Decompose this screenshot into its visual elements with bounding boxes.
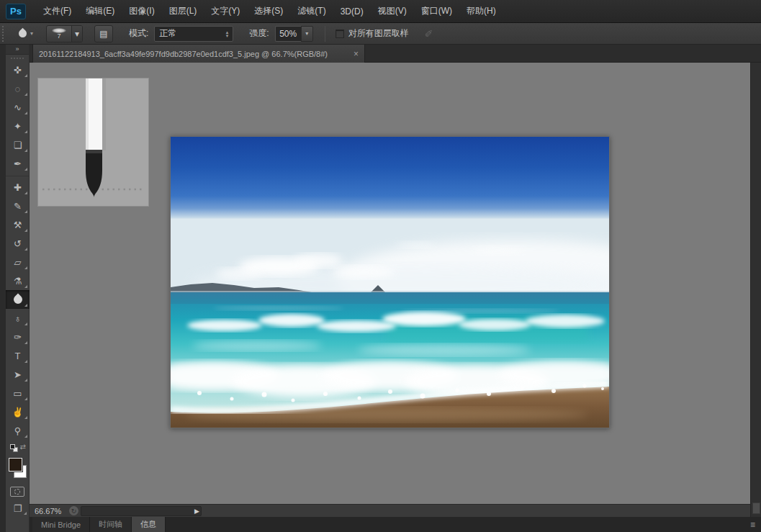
brush-preset-picker[interactable]: 7 ▾ xyxy=(46,25,83,42)
brush-tool[interactable]: ✎ xyxy=(6,197,30,215)
default-colors-control: ⇄ xyxy=(6,443,29,454)
foreground-color-swatch[interactable] xyxy=(9,458,22,472)
menu-layer[interactable]: 图层(L) xyxy=(162,0,204,23)
lasso-icon: ∿ xyxy=(14,102,22,113)
move-tool[interactable]: ✜ xyxy=(6,60,30,79)
swap-colors-icon[interactable]: ⇄ xyxy=(20,443,26,451)
zoom-level-field[interactable]: 66.67% xyxy=(35,507,69,515)
screen-mode-button[interactable]: ❐ xyxy=(6,501,30,515)
tool-panel-divider xyxy=(6,173,29,176)
menu-window[interactable]: 窗口(W) xyxy=(414,0,459,23)
paint-bucket-tool[interactable]: ⚗ xyxy=(6,271,30,290)
scrollbar-thumb[interactable] xyxy=(752,502,760,514)
eyedropper-tool[interactable]: ✒ xyxy=(6,154,30,173)
vertical-scrollbar[interactable] xyxy=(750,63,761,517)
toggle-brush-panel-button[interactable]: ▤ xyxy=(94,25,113,42)
brush-preset-caret[interactable]: ▾ xyxy=(71,26,82,42)
menu-type[interactable]: 文字(Y) xyxy=(204,0,247,23)
sample-all-layers-label: 对所有图层取样 xyxy=(348,27,409,40)
crop-icon: ❏ xyxy=(14,140,22,150)
chevron-down-icon: ▾ xyxy=(305,30,308,37)
menu-select[interactable]: 选择(S) xyxy=(247,0,290,23)
tab-info[interactable]: 信息 xyxy=(132,517,166,532)
zoom-icon: ⚲ xyxy=(14,425,22,436)
bottom-tabs-spacer xyxy=(166,517,744,532)
menu-filter[interactable]: 滤镜(T) xyxy=(290,0,333,23)
clone-stamp-tool[interactable]: ⚒ xyxy=(6,215,30,234)
path-selection-tool[interactable]: ➤ xyxy=(6,365,30,384)
quick-selection-icon: ✦ xyxy=(14,121,22,132)
menu-3d[interactable]: 3D(D) xyxy=(333,0,371,23)
lasso-tool[interactable]: ∿ xyxy=(6,98,30,117)
tab-timeline[interactable]: 时间轴 xyxy=(90,517,132,532)
mode-select[interactable]: 正常 ▴ ▾ xyxy=(154,26,233,42)
canvas-image[interactable] xyxy=(170,136,610,428)
eraser-icon: ▱ xyxy=(14,257,22,268)
hand-tool[interactable]: ✌ xyxy=(6,402,30,421)
select-carets-icon: ▴ ▾ xyxy=(226,30,229,37)
zoom-tool[interactable]: ⚲ xyxy=(6,421,30,440)
screen-mode-icon: ❐ xyxy=(14,503,22,514)
default-colors-icon[interactable] xyxy=(10,444,15,449)
color-swatches xyxy=(6,456,29,481)
bottom-panel-tabs: Mini Bridge 时间轴 信息 ≡ xyxy=(30,517,761,532)
eraser-tool[interactable]: ▱ xyxy=(6,253,30,271)
eyedropper-icon: ✒ xyxy=(14,158,22,169)
menu-image[interactable]: 图像(I) xyxy=(122,0,161,23)
status-bar: 66.67% ↻ ▶ xyxy=(30,504,750,517)
options-bar: ▾ 7 ▾ ▤ 模式: 正常 ▴ ▾ 强度: 50% ▾ xyxy=(0,23,761,45)
blur-droplet-icon xyxy=(12,294,24,306)
shape-tool[interactable]: ▭ xyxy=(6,384,30,402)
chevron-down-icon: ▾ xyxy=(75,29,79,39)
tool-panel-grip[interactable] xyxy=(11,55,24,59)
status-info-strip: ▶ xyxy=(81,506,202,516)
quick-mask-button[interactable] xyxy=(10,487,24,497)
blur-tool-droplet-icon xyxy=(17,28,29,40)
document-tab-title: 20161122184913_6acff3a49fe997fd9db2987e0… xyxy=(39,50,348,58)
move-icon: ✜ xyxy=(14,65,22,76)
strength-control: 50% ▾ xyxy=(275,26,313,42)
mode-label: 模式: xyxy=(129,27,148,40)
menu-edit[interactable]: 编辑(E) xyxy=(78,0,122,23)
history-brush-icon: ↺ xyxy=(14,238,22,249)
pen-preview-image xyxy=(38,78,148,206)
tab-mini-bridge[interactable]: Mini Bridge xyxy=(32,517,90,532)
brush-size-value: 7 xyxy=(58,33,61,40)
ps-logo-icon[interactable]: Ps xyxy=(6,4,26,19)
options-bar-grip[interactable] xyxy=(2,26,6,42)
tool-preset-picker[interactable]: ▾ xyxy=(16,28,36,39)
status-expand-arrow[interactable]: ▶ xyxy=(194,508,199,515)
pen-tool[interactable]: ✑ xyxy=(6,328,30,346)
crop-tool[interactable]: ❏ xyxy=(6,135,30,154)
menu-view[interactable]: 视图(V) xyxy=(371,0,414,23)
pen-icon: ✑ xyxy=(14,332,22,343)
panel-menu-icon[interactable]: ≡ xyxy=(744,517,761,532)
history-brush-tool[interactable]: ↺ xyxy=(6,234,30,253)
shape-icon: ▭ xyxy=(13,388,22,399)
healing-brush-icon: ✚ xyxy=(14,182,22,193)
dodge-tool[interactable]: ♁ xyxy=(6,309,30,328)
menu-file[interactable]: 文件(F) xyxy=(36,0,78,23)
strength-label: 强度: xyxy=(249,27,269,40)
strength-input[interactable]: 50% xyxy=(275,26,301,42)
beach-photo xyxy=(171,137,609,428)
strength-dropdown-button[interactable]: ▾ xyxy=(301,26,313,42)
type-icon: T xyxy=(15,351,21,361)
photoshop-window: Ps 文件(F) 编辑(E) 图像(I) 图层(L) 文字(Y) 选择(S) 滤… xyxy=(0,0,761,532)
tool-panel-collapse-button[interactable]: » xyxy=(6,45,29,55)
blur-tool[interactable] xyxy=(6,290,30,309)
type-tool[interactable]: T xyxy=(6,346,30,365)
menu-bar: Ps 文件(F) 编辑(E) 图像(I) 图层(L) 文字(Y) 选择(S) 滤… xyxy=(0,0,761,23)
menu-help[interactable]: 帮助(H) xyxy=(459,0,503,23)
pressure-toggle-icon[interactable]: ✐ xyxy=(425,28,433,40)
spot-healing-brush-tool[interactable]: ✚ xyxy=(6,178,30,197)
quick-selection-tool[interactable]: ✦ xyxy=(6,117,30,135)
close-icon[interactable]: × xyxy=(354,49,359,59)
marquee-tool[interactable]: ◌ xyxy=(6,79,30,98)
document-tab[interactable]: 20161122184913_6acff3a49fe997fd9db2987e0… xyxy=(32,45,365,63)
tool-panel: » ✜ ◌ ∿ ✦ ❏ ✒ ✚ ✎ ⚒ ↺ ▱ ⚗ ♁ ✑ T ➤ ▭ ✌ ⚲ … xyxy=(6,45,30,532)
sample-all-layers-checkbox[interactable] xyxy=(336,30,344,38)
brush-panel-icon: ▤ xyxy=(99,29,107,39)
quick-mask-icon xyxy=(14,489,20,495)
clone-stamp-icon: ⚒ xyxy=(14,220,22,230)
